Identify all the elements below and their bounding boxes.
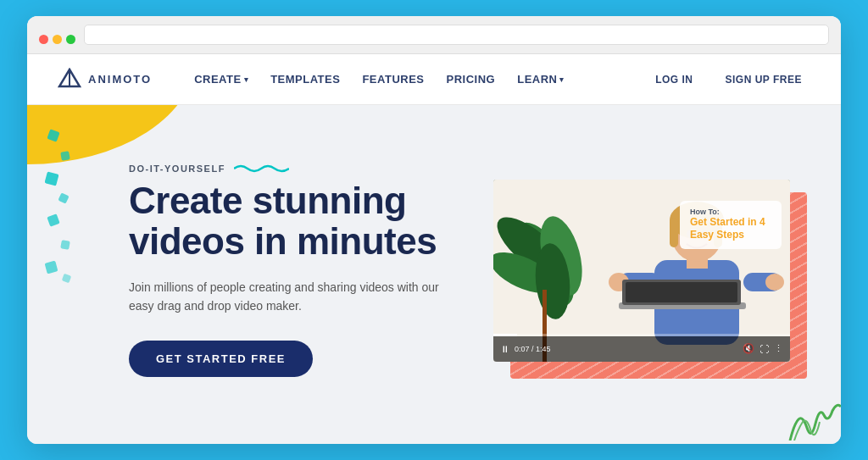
hero-section: DO-IT-YOURSELF Create stunning videos in… [27, 105, 841, 435]
navbar: ANIMOTO CREATE ▾ TEMPLATES FEATURES PRIC… [27, 54, 841, 105]
svg-rect-43 [626, 282, 737, 302]
hero-label: DO-IT-YOURSELF [129, 163, 442, 174]
hero-title: Create stunning videos in minutes [129, 180, 442, 263]
url-bar[interactable] [84, 25, 829, 45]
page-content: ANIMOTO CREATE ▾ TEMPLATES FEATURES PRIC… [27, 54, 841, 444]
volume-icon[interactable]: 🔇 [743, 343, 754, 354]
video-player[interactable]: How To: Get Started in 4 Easy Steps ⏸ 0:… [493, 180, 790, 362]
nav-item-learn[interactable]: LEARN ▾ [509, 68, 573, 91]
svg-rect-33 [670, 218, 678, 247]
how-to-card: How To: Get Started in 4 Easy Steps [680, 201, 782, 249]
logo[interactable]: ANIMOTO [58, 68, 152, 91]
nav-item-create[interactable]: CREATE ▾ [186, 68, 257, 91]
settings-icon[interactable]: ⋮ [774, 343, 783, 354]
how-to-label: How To: [690, 208, 771, 216]
video-controls: ⏸ 0:07 / 1:45 🔇 ⛶ ⋮ [493, 336, 790, 362]
browser-window: ANIMOTO CREATE ▾ TEMPLATES FEATURES PRIC… [27, 16, 841, 444]
hero-subtitle: Join millions of people creating and sha… [129, 278, 442, 316]
how-to-title: Get Started in 4 Easy Steps [690, 216, 771, 242]
browser-chrome [27, 16, 841, 54]
video-area: How To: Get Started in 4 Easy Steps ⏸ 0:… [493, 180, 790, 362]
nav-links: CREATE ▾ TEMPLATES FEATURES PRICING LEAR… [186, 68, 647, 91]
logo-icon [58, 68, 81, 91]
nav-item-pricing[interactable]: PRICING [438, 68, 504, 91]
minimize-button[interactable] [53, 35, 62, 44]
hero-content: DO-IT-YOURSELF Create stunning videos in… [129, 163, 442, 378]
nav-right: LOG IN SIGN UP FREE [647, 69, 810, 91]
svg-point-40 [765, 274, 784, 291]
pause-icon[interactable]: ⏸ [500, 344, 509, 354]
nav-item-templates[interactable]: TEMPLATES [262, 68, 348, 91]
signup-button[interactable]: SIGN UP FREE [717, 69, 810, 91]
chevron-down-icon: ▾ [559, 75, 565, 84]
get-started-button[interactable]: GET STARTED FREE [129, 341, 313, 377]
window-controls [39, 35, 75, 44]
close-button[interactable] [39, 35, 48, 44]
fullscreen-icon[interactable]: ⛶ [760, 344, 769, 354]
nav-item-features[interactable]: FEATURES [353, 68, 432, 91]
wavy-line-decoration [234, 163, 289, 174]
video-time: 0:07 / 1:45 [515, 345, 737, 353]
maximize-button[interactable] [66, 35, 75, 44]
login-button[interactable]: LOG IN [647, 69, 701, 91]
logo-text: ANIMOTO [88, 73, 152, 86]
chevron-down-icon: ▾ [244, 75, 249, 84]
